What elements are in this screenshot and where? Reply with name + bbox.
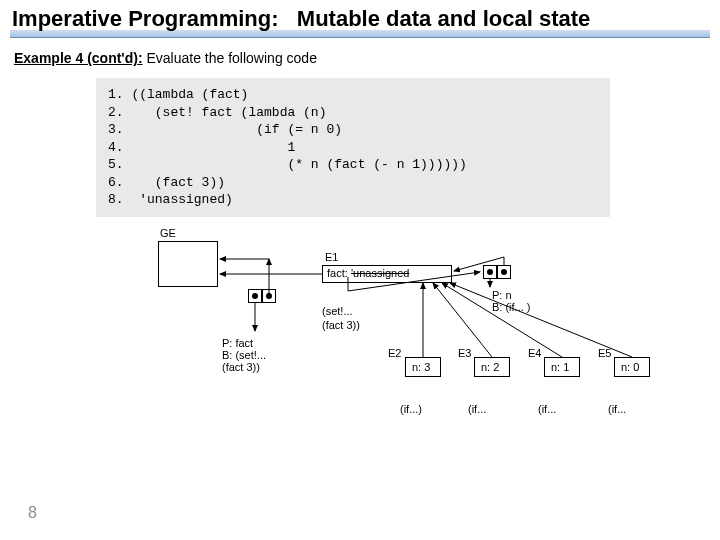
b-if: B: (if... ) — [492, 301, 531, 313]
subtitle-bold: Example 4 (cont'd): — [14, 50, 143, 66]
title-right: Mutable data and local state — [297, 6, 590, 31]
b-set1: B: (set!... — [222, 349, 266, 361]
fact-label: fact: — [327, 267, 348, 279]
n2: n: 2 — [481, 361, 499, 373]
dot-lb — [266, 293, 272, 299]
subtitle: Example 4 (cont'd): Evaluate the followi… — [0, 48, 720, 74]
unassigned: 'unassigned — [351, 267, 409, 279]
if-e2: (if...) — [400, 403, 422, 415]
box-e1: fact: 'unassigned — [322, 265, 452, 283]
box-e4: n: 1 — [544, 357, 580, 377]
n0: n: 0 — [621, 361, 639, 373]
diagram: GE P: fact B: (set!... (fact 3)) E1 fact… — [130, 227, 690, 487]
title-left: Imperative Programming: — [12, 6, 279, 31]
n3: n: 3 — [412, 361, 430, 373]
if-e4: (if... — [538, 403, 556, 415]
label-ge: GE — [160, 227, 176, 239]
label-e5: E5 — [598, 347, 611, 359]
if-e3: (if... — [468, 403, 486, 415]
dot-rb — [501, 269, 507, 275]
dot-ra — [487, 269, 493, 275]
title-bar: Imperative Programming: Mutable data and… — [0, 0, 720, 36]
label-e3: E3 — [458, 347, 471, 359]
box-e5: n: 0 — [614, 357, 650, 377]
p-n: P: n — [492, 289, 512, 301]
page-number: 8 — [28, 504, 37, 522]
svg-line-10 — [433, 283, 492, 357]
dot-la — [252, 293, 258, 299]
label-e1: E1 — [325, 251, 338, 263]
n1: n: 1 — [551, 361, 569, 373]
subtitle-rest: Evaluate the following code — [143, 50, 317, 66]
page-title: Imperative Programming: Mutable data and… — [12, 6, 708, 32]
box-e2: n: 3 — [405, 357, 441, 377]
fact3-body: (fact 3)) — [322, 319, 360, 331]
if-e5: (if... — [608, 403, 626, 415]
box-ge — [158, 241, 218, 287]
b-set2: (fact 3)) — [222, 361, 260, 373]
set-body: (set!... — [322, 305, 353, 317]
code-block: 1. ((lambda (fact) 2. (set! fact (lambda… — [96, 78, 610, 217]
label-e4: E4 — [528, 347, 541, 359]
label-e2: E2 — [388, 347, 401, 359]
box-e3: n: 2 — [474, 357, 510, 377]
p-fact: P: fact — [222, 337, 253, 349]
svg-line-12 — [450, 283, 632, 357]
